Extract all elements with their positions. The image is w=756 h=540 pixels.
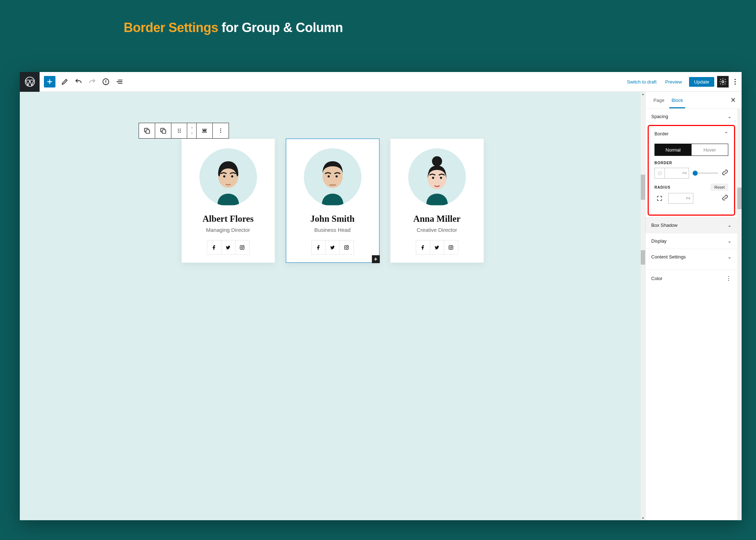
svg-point-10: [178, 129, 179, 130]
svg-point-12: [178, 130, 179, 131]
facebook-icon[interactable]: [311, 240, 326, 255]
move-updown-button[interactable]: ⌃⌄: [187, 123, 196, 138]
parent-select-button[interactable]: [155, 123, 171, 138]
member-name: Albert Flores: [185, 214, 271, 224]
svg-point-11: [180, 129, 181, 130]
svg-point-13: [180, 130, 181, 131]
svg-point-32: [452, 246, 453, 247]
member-name: Anna Miller: [394, 214, 467, 224]
social-buttons: [207, 240, 249, 255]
wordpress-logo[interactable]: [20, 72, 40, 92]
svg-point-31: [450, 247, 452, 248]
editor-topbar: Switch to draft Preview Update: [20, 72, 467, 92]
svg-point-18: [220, 130, 221, 131]
team-card[interactable]: Albert Flores Managing Director: [181, 139, 275, 263]
block-type-button[interactable]: [139, 123, 155, 138]
block-more-button[interactable]: [213, 123, 229, 138]
svg-rect-7: [146, 130, 150, 134]
add-block-inline-button[interactable]: +: [372, 255, 380, 263]
svg-point-23: [243, 246, 244, 247]
svg-point-29: [432, 156, 442, 166]
redo-button[interactable]: [86, 75, 99, 88]
avatar: [304, 148, 361, 206]
member-role: Creative Director: [394, 227, 467, 233]
block-toolbar: ⌃⌄: [139, 123, 229, 139]
hero-accent: Border Settings: [123, 20, 218, 35]
svg-point-24: [323, 165, 343, 188]
svg-point-27: [347, 246, 348, 247]
instagram-icon[interactable]: [235, 240, 249, 255]
drag-handle-button[interactable]: [171, 123, 187, 138]
facebook-icon[interactable]: [207, 240, 221, 255]
member-role: Managing Director: [185, 227, 271, 233]
svg-rect-16: [203, 130, 206, 131]
align-button[interactable]: [197, 123, 212, 138]
twitter-icon[interactable]: [325, 240, 340, 255]
undo-button[interactable]: [72, 75, 85, 88]
team-card-selected[interactable]: John Smith Business Head: [286, 139, 379, 263]
document-overview-button[interactable]: [99, 75, 112, 88]
svg-rect-9: [162, 130, 166, 134]
instagram-icon[interactable]: [444, 240, 458, 255]
team-card[interactable]: Anna Miller Creative Director: [390, 139, 467, 263]
social-buttons: [311, 240, 354, 255]
social-buttons: [416, 240, 458, 255]
twitter-icon[interactable]: [430, 240, 444, 255]
svg-point-14: [178, 132, 179, 133]
avatar: [199, 148, 257, 206]
edit-mode-button[interactable]: [58, 75, 71, 88]
svg-point-15: [180, 132, 181, 133]
member-name: John Smith: [290, 214, 375, 224]
editor-canvas[interactable]: ⌃⌄ Albert Flores Managing Director: [20, 92, 467, 333]
svg-point-17: [220, 129, 221, 130]
add-block-button[interactable]: [44, 76, 55, 87]
list-view-button[interactable]: [113, 75, 126, 88]
facebook-icon[interactable]: [416, 240, 430, 255]
svg-point-26: [346, 247, 347, 248]
twitter-icon[interactable]: [221, 240, 235, 255]
editor-window: Switch to draft Preview Update ⌃⌄: [20, 72, 467, 333]
instagram-icon[interactable]: [339, 240, 354, 255]
hero-title: Border Settings for Group & Column: [0, 0, 467, 50]
hero-rest: for Group & Column: [222, 20, 343, 35]
avatar: [408, 148, 466, 206]
svg-point-19: [220, 132, 221, 133]
svg-point-22: [241, 247, 243, 248]
member-role: Business Head: [290, 227, 375, 233]
